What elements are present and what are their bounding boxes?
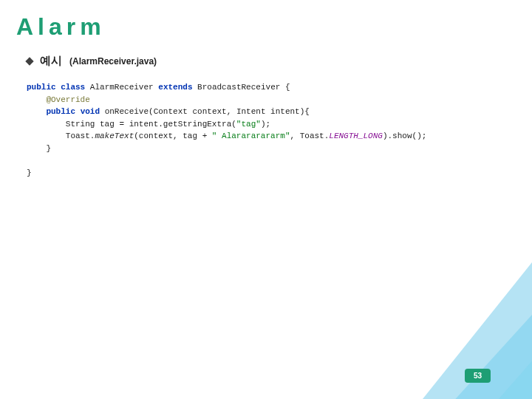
code-line: Toast. [66, 132, 95, 140]
code-line: (context, tag + [134, 132, 212, 140]
brace: { [285, 83, 290, 92]
method-name: onReceive [105, 107, 149, 116]
static-method: makeText [95, 132, 134, 140]
code-line: String tag = intent.getStringExtra( [66, 120, 236, 129]
slide: Alarm 예시 (AlarmReceiver.java) public cla… [0, 0, 532, 399]
class-name: AlarmReceiver [90, 83, 154, 92]
string-literal: " Alarararararm" [212, 132, 290, 140]
annotation: @Override [46, 95, 89, 104]
page-title: Alarm [16, 13, 516, 41]
constant: LENGTH_LONG [329, 132, 383, 140]
bullet-row: 예시 (AlarmReceiver.java) [27, 54, 516, 68]
params: (Context context, Intent intent){ [149, 107, 310, 116]
string-literal: "tag" [236, 120, 261, 129]
brace: } [46, 144, 51, 153]
brace: } [27, 168, 32, 177]
svg-marker-3 [473, 310, 532, 399]
code-line: ).show(); [383, 132, 426, 140]
triangle-decoration-icon [384, 207, 532, 399]
code-block: public class AlarmReceiver extends Broad… [27, 81, 516, 179]
keyword: extends [158, 83, 192, 92]
keyword: public [46, 107, 75, 116]
keyword: void [81, 107, 100, 116]
keyword: class [61, 83, 85, 92]
base-class: BroadcastReceiver [197, 83, 280, 92]
code-line: ); [261, 120, 270, 129]
keyword: public [27, 83, 56, 92]
page-number-badge: 53 [465, 369, 491, 383]
diamond-bullet-icon [25, 57, 33, 65]
code-line: , Toast. [290, 132, 329, 140]
bullet-filename: (AlarmReceiver.java) [69, 56, 157, 66]
bullet-label: 예시 [40, 54, 62, 68]
